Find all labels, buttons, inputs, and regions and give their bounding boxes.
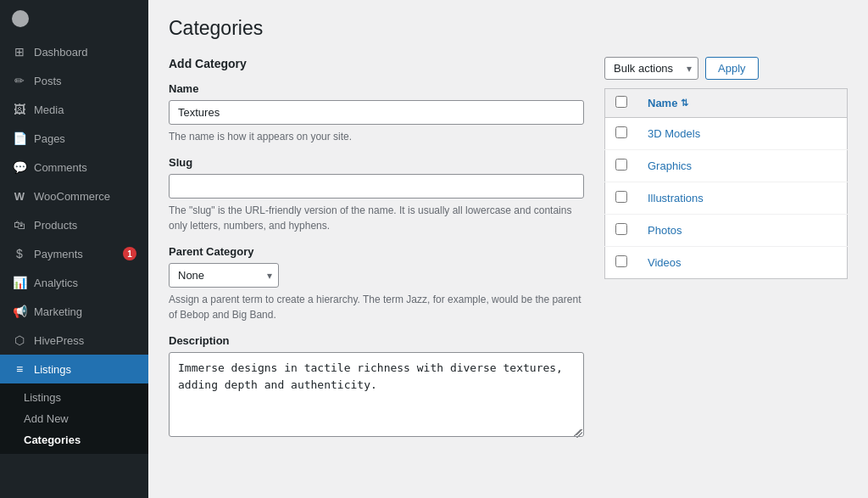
name-th[interactable]: Name ⇅ [637,89,848,118]
row-checkbox[interactable] [615,126,627,138]
sidebar-item-label: Dashboard [34,46,88,59]
sidebar-item-marketing[interactable]: 📢 Marketing [0,297,148,326]
sidebar-item-label: WooCommerce [34,190,110,203]
category-name-cell: Videos [637,247,848,279]
posts-icon: ✏ [12,73,27,88]
category-name-cell: Graphics [637,150,848,182]
sidebar-item-label: Marketing [34,305,82,318]
listings-icon: ≡ [12,361,27,377]
page-title: Categories [169,17,848,40]
categories-list: Bulk actions Delete ▾ Apply Na [604,57,848,279]
payments-icon: $ [12,246,27,261]
sidebar-item-label: Analytics [34,277,78,289]
slug-input[interactable] [169,174,584,199]
sidebar-item-label: Media [34,104,64,116]
sidebar-item-media[interactable]: 🖼 Media [0,95,148,124]
parent-field: Parent Category None ▾ Assign a parent t… [169,245,584,322]
form-section-title: Add Category [169,57,584,70]
sidebar-item-products[interactable]: 🛍 Products [0,210,148,239]
payments-badge: 1 [123,247,136,260]
sidebar-item-comments[interactable]: 💬 Comments [0,153,148,182]
category-name-link[interactable]: Videos [648,256,682,269]
parent-hint: Assign a parent term to create a hierarc… [169,292,584,322]
select-all-checkbox[interactable] [615,96,627,108]
parent-select-wrapper: None ▾ [169,263,279,288]
parent-select[interactable]: None [169,263,279,288]
sidebar-item-label: Posts [34,75,62,87]
sidebar-item-hivepress[interactable]: ⬡ HivePress [0,326,148,355]
sidebar: ⊞ Dashboard ✏ Posts 🖼 Media 📄 Pages 💬 Co… [0,0,148,498]
row-checkbox-cell [605,118,638,150]
slug-field: Slug The "slug" is the URL-friendly vers… [169,156,584,233]
marketing-icon: 📢 [12,304,27,319]
row-checkbox-cell [605,182,638,215]
description-textarea-wrapper: Immerse designs in tactile richness with… [169,352,584,439]
wp-logo-icon [12,10,29,27]
content-layout: Add Category Name The name is how it app… [169,57,848,451]
description-label: Description [169,334,584,347]
sidebar-item-woocommerce[interactable]: W WooCommerce [0,182,148,210]
category-name-cell: Photos [637,215,848,247]
name-label: Name [169,82,584,95]
analytics-icon: 📊 [12,275,27,290]
row-checkbox[interactable] [615,223,627,235]
sidebar-sub-item-listings[interactable]: Listings [0,387,148,408]
sort-icon: ⇅ [681,98,688,109]
table-row: Videos [605,247,848,279]
resize-handle-icon [574,429,582,438]
hivepress-icon: ⬡ [12,333,27,348]
sidebar-sub-item-categories[interactable]: Categories [0,429,148,450]
sidebar-item-label: Products [34,219,77,232]
category-name-link[interactable]: Illustrations [648,192,704,204]
categories-table: Name ⇅ 3D ModelsGraphicsIllustrationsPho… [604,88,848,279]
table-row: Photos [605,215,848,247]
row-checkbox-cell [605,215,638,247]
apply-button[interactable]: Apply [705,57,759,80]
select-all-th [605,89,638,118]
media-icon: 🖼 [12,102,27,117]
sidebar-item-label: Pages [34,132,65,145]
sidebar-item-posts[interactable]: ✏ Posts [0,66,148,95]
bulk-actions-select[interactable]: Bulk actions Delete [604,57,698,80]
category-name-link[interactable]: Graphics [648,159,692,172]
sidebar-item-listings[interactable]: ≡ Listings [0,355,148,383]
sidebar-sub-item-add-new[interactable]: Add New [0,408,148,429]
sidebar-item-pages[interactable]: 📄 Pages [0,124,148,153]
dashboard-icon: ⊞ [12,44,27,59]
row-checkbox-cell [605,247,638,279]
table-row: Illustrations [605,182,848,215]
sidebar-item-label: Comments [34,161,87,174]
sidebar-item-payments[interactable]: $ Payments 1 [0,239,148,268]
products-icon: 🛍 [12,217,27,232]
comments-icon: 💬 [12,159,27,175]
table-row: 3D Models [605,118,848,150]
category-name-cell: 3D Models [637,118,848,150]
sidebar-sub-label: Listings [24,391,61,404]
row-checkbox[interactable] [615,191,627,203]
parent-label: Parent Category [169,245,584,258]
main-content: Categories Add Category Name The name is… [148,0,868,498]
sidebar-submenu: Listings Add New Categories [0,383,148,454]
row-checkbox[interactable] [615,255,627,267]
sidebar-item-label: Payments [34,248,83,260]
name-field: Name The name is how it appears on your … [169,82,584,144]
category-name-link[interactable]: 3D Models [648,127,700,140]
category-name-cell: Illustrations [637,182,848,215]
sidebar-item-dashboard[interactable]: ⊞ Dashboard [0,37,148,66]
row-checkbox-cell [605,150,638,182]
description-field: Description Immerse designs in tactile r… [169,334,584,439]
description-textarea[interactable]: Immerse designs in tactile richness with… [169,352,584,437]
slug-label: Slug [169,156,584,169]
pages-icon: 📄 [12,131,27,146]
name-col-label: Name [648,97,677,109]
bulk-actions-select-wrapper: Bulk actions Delete ▾ [604,57,698,80]
sidebar-item-analytics[interactable]: 📊 Analytics [0,268,148,297]
sidebar-logo [0,0,148,37]
name-input[interactable] [169,100,584,125]
sidebar-sub-label: Add New [24,412,69,425]
bulk-actions-row: Bulk actions Delete ▾ Apply [604,57,848,80]
sidebar-item-label: HivePress [34,334,84,347]
category-name-link[interactable]: Photos [648,224,682,237]
sidebar-sub-label: Categories [24,434,81,446]
row-checkbox[interactable] [615,159,627,171]
